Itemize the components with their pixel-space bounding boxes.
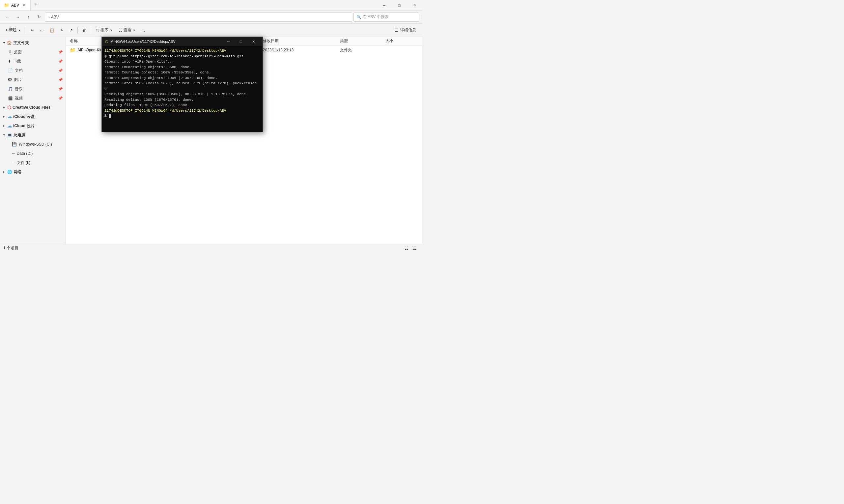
sidebar-creative-cloud[interactable]: ► ⬡ Creative Cloud Files xyxy=(0,103,66,112)
close-button[interactable]: ✕ xyxy=(407,0,422,11)
terminal-line-8: Resolving deltas: 100% (1676/1676), done… xyxy=(104,97,260,103)
sidebar-quick-access[interactable]: ▼ 🏠 主文件夹 xyxy=(0,38,66,48)
up-button[interactable]: ↑ xyxy=(24,13,33,22)
terminal-maximize-button[interactable]: □ xyxy=(235,37,247,46)
new-button[interactable]: + 新建 ▼ xyxy=(3,25,24,36)
sidebar-icloud-photos[interactable]: ► ☁ iCloud 照片 xyxy=(0,121,66,130)
file-type-cell: 文件夹 xyxy=(339,48,384,53)
network-icon: 🌐 xyxy=(7,170,12,174)
view-button[interactable]: ☷ 查看 ▼ xyxy=(116,25,138,36)
pin-icon-music: 📌 xyxy=(58,87,63,91)
file-date-cell: 2023/11/13 23:13 xyxy=(262,48,339,52)
sidebar-item-documents[interactable]: 📄 文档 📌 xyxy=(0,66,66,75)
new-tab-button[interactable]: + xyxy=(31,0,41,11)
pin-icon: 📌 xyxy=(58,50,63,54)
sidebar-item-videos[interactable]: 🎬 视频 📌 xyxy=(0,93,66,103)
sidebar-documents-label: 文档 xyxy=(15,68,23,73)
terminal-body[interactable]: 11742@DESKTOP-I70O14N MINGW64 /d/Users/1… xyxy=(102,46,263,132)
window-controls: ─ □ ✕ xyxy=(377,0,422,10)
tab-close-button[interactable]: ✕ xyxy=(21,3,26,8)
sidebar-item-downloads[interactable]: ⬇ 下载 📌 xyxy=(0,57,66,66)
sidebar-network[interactable]: ► 🌐 网络 xyxy=(0,167,66,177)
cc-expand-arrow: ► xyxy=(3,106,6,109)
pin-icon-docs: 📌 xyxy=(58,69,63,73)
sidebar-file-i[interactable]: ─ 文件 (I:) xyxy=(0,158,66,167)
delete-button[interactable]: 🗑 xyxy=(80,25,89,36)
terminal-minimize-button[interactable]: ─ xyxy=(222,37,234,46)
sidebar-downloads-label: 下载 xyxy=(13,59,21,64)
sort-icon: ⇅ xyxy=(96,28,99,33)
new-dropdown-icon: ▼ xyxy=(18,29,21,32)
terminal-window: ⬡ MINGW64:/d/Users/11742/Desktop/ABV ─ □… xyxy=(102,37,263,132)
terminal-title-text: MINGW64:/d/Users/11742/Desktop/ABV xyxy=(110,39,175,43)
sidebar-item-desktop[interactable]: 🖥 桌面 📌 xyxy=(0,48,66,57)
icloud-expand-arrow: ► xyxy=(3,115,6,118)
more-button[interactable]: ... xyxy=(139,25,148,36)
sort-button[interactable]: ⇅ 排序 ▼ xyxy=(93,25,115,36)
quick-access-label: 主文件夹 xyxy=(13,40,29,46)
column-modified[interactable]: 修改日期 xyxy=(262,38,339,44)
terminal-line-1-cmd: $ git clone https://gitee.com/Ai-Thinker… xyxy=(104,54,260,59)
document-icon: 📄 xyxy=(8,68,13,73)
maximize-button[interactable]: □ xyxy=(392,0,407,11)
sidebar-desktop-label: 桌面 xyxy=(14,49,22,55)
file-name: AiPi-Open-Kits xyxy=(77,48,104,52)
sidebar-data-d-label: Data (D:) xyxy=(17,151,33,156)
sidebar-pictures-label: 图片 xyxy=(14,77,22,83)
list-view-button[interactable]: ☷ xyxy=(402,245,410,252)
music-icon: 🎵 xyxy=(8,87,13,91)
terminal-title-icon: ⬡ xyxy=(105,39,108,44)
terminal-line-1-prompt: 11742@DESKTOP-I70O14N MINGW64 /d/Users/1… xyxy=(104,48,260,54)
sidebar-this-pc[interactable]: ▼ 💻 此电脑 xyxy=(0,130,66,140)
terminal-title: ⬡ MINGW64:/d/Users/11742/Desktop/ABV xyxy=(105,39,175,44)
tab-abv[interactable]: 📁 ABV ✕ xyxy=(0,0,31,10)
rename-icon: ✎ xyxy=(60,28,64,33)
sidebar-item-music[interactable]: 🎵 音乐 📌 xyxy=(0,84,66,93)
terminal-controls: ─ □ ✕ xyxy=(222,37,259,46)
column-size[interactable]: 大小 xyxy=(384,38,419,44)
tab-label: ABV xyxy=(11,3,19,7)
terminal-line-9: Updating files: 100% (2597/2597), done. xyxy=(104,103,260,108)
icloud-photos-label: iCloud 照片 xyxy=(13,123,35,129)
data-d-icon: ─ xyxy=(12,151,15,156)
forward-button[interactable]: → xyxy=(13,13,22,22)
address-bar[interactable]: › ABV xyxy=(45,13,352,22)
paste-button[interactable]: 📋 xyxy=(47,25,57,36)
path-abv: ABV xyxy=(51,15,59,19)
home-icon: 🏠 xyxy=(7,40,12,45)
refresh-button[interactable]: ↻ xyxy=(34,13,43,22)
rename-button[interactable]: ✎ xyxy=(58,25,66,36)
sidebar-data-d[interactable]: ─ Data (D:) xyxy=(0,149,66,158)
terminal-close-button[interactable]: ✕ xyxy=(247,37,259,46)
copy-button[interactable]: ▭ xyxy=(37,25,46,36)
details-button[interactable]: ☰ 详细信息 xyxy=(391,25,419,36)
sidebar-icloud-drive[interactable]: ► ☁ iCloud 云盘 xyxy=(0,112,66,121)
view-toggle-buttons: ☷ ☶ xyxy=(402,245,419,252)
back-button[interactable]: ← xyxy=(3,13,12,22)
share-button[interactable]: ↗ xyxy=(67,25,75,36)
toolbar-separator-3 xyxy=(91,27,91,34)
search-bar[interactable]: 🔍 在 ABV 中搜索 xyxy=(354,13,419,22)
title-bar: 📁 ABV ✕ + ─ □ ✕ xyxy=(0,0,422,11)
terminal-line-3: remote: Enumerating objects: 3580, done. xyxy=(104,65,260,70)
tab-strip: 📁 ABV ✕ + xyxy=(0,0,377,10)
copy-icon: ▭ xyxy=(40,28,43,33)
terminal-line-4: remote: Counting objects: 100% (3580/358… xyxy=(104,70,260,75)
column-type[interactable]: 类型 xyxy=(339,38,384,44)
icloud-photos-icon: ☁ xyxy=(7,123,12,128)
sidebar: ▼ 🏠 主文件夹 🖥 桌面 📌 ⬇ 下载 📌 📄 文档 📌 🖼 图片 📌 🎵 音… xyxy=(0,37,66,244)
details-icon: ☰ xyxy=(395,28,398,33)
picture-icon: 🖼 xyxy=(8,77,12,82)
video-icon: 🎬 xyxy=(8,96,13,101)
terminal-line-6: remote: Total 3580 (delta 1676), reused … xyxy=(104,81,260,92)
cut-button[interactable]: ✂ xyxy=(28,25,37,36)
pin-icon-videos: 📌 xyxy=(58,96,63,101)
terminal-line-7: Receiving objects: 100% (3580/3580), 88.… xyxy=(104,92,260,97)
quick-access-expand-icon: ▼ xyxy=(3,41,5,44)
sidebar-windows-ssd[interactable]: 💾 Windows-SSD (C:) xyxy=(0,140,66,149)
details-view-button[interactable]: ☶ xyxy=(411,245,419,252)
this-pc-expand-arrow: ▼ xyxy=(3,133,6,137)
minimize-button[interactable]: ─ xyxy=(377,0,392,11)
sidebar-item-pictures[interactable]: 🖼 图片 📌 xyxy=(0,75,66,84)
pin-icon-downloads: 📌 xyxy=(58,59,63,64)
